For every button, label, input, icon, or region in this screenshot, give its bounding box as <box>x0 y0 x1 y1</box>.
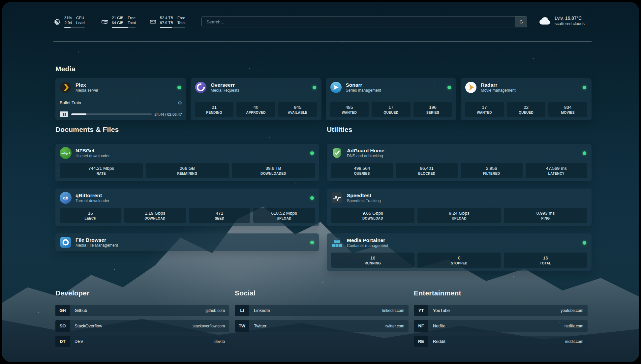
section-title-documents: Documents & Files <box>55 125 319 134</box>
stat-box: 196 SERIES <box>413 102 452 117</box>
service-description: Media server <box>76 88 98 93</box>
search-bar[interactable]: G <box>201 16 527 27</box>
status-dot <box>583 241 586 245</box>
plex-icon <box>60 81 72 93</box>
service-name: Speedtest <box>347 192 381 198</box>
service-name: File Browser <box>76 237 118 243</box>
bookmark-name: LinkedIn <box>254 308 270 313</box>
bookmark-url: netflix.com <box>565 324 583 328</box>
service-card-qbittorrent[interactable]: qb qBittorrent Torrent downloader 16 LEE… <box>55 189 319 226</box>
stat-box: 9.24 Gbps UPLOAD <box>417 208 501 223</box>
memory-label-1: Free <box>128 15 136 20</box>
status-dot <box>177 86 181 89</box>
service-description: Media Requests <box>211 88 239 93</box>
search-provider-button[interactable]: G <box>515 16 527 27</box>
gear-icon[interactable]: ⚙ <box>178 100 182 106</box>
service-card-nzbget[interactable]: nzbget NZBGet Usenet downloader 744.21 M… <box>55 144 319 181</box>
stat-box: 618.52 Mbps UPLOAD <box>253 208 315 223</box>
service-description: Media File Management <box>76 243 118 248</box>
stat-box: 498,564 QUERIES <box>331 163 393 178</box>
qbittorrent-icon: qb <box>60 192 72 204</box>
overseerr-icon <box>195 81 207 93</box>
section-title-media: Media <box>55 65 592 73</box>
memory-widget: 21 GiB 64 GiB Free Total <box>101 15 136 28</box>
service-card-adguard[interactable]: AdGuard Home DNS and adblocking 498,564 … <box>327 144 592 181</box>
bookmark-name: Twitter <box>254 323 266 328</box>
stat-box: 9.65 Gbps DOWNLOAD <box>331 208 414 223</box>
now-playing-title: Bullet Train <box>60 100 81 105</box>
service-card-sonarr[interactable]: Sonarr Series management 485 WANTED 17 Q… <box>326 78 457 120</box>
service-card-filebrowser[interactable]: File Browser Media File Management <box>55 233 319 251</box>
stat-box: 471 SEED <box>189 208 251 223</box>
bookmark-url: dev.to <box>214 339 225 344</box>
disk-label-1: Free <box>177 15 185 20</box>
service-name: Plex <box>76 82 98 88</box>
stat-box: 834 MOVIES <box>548 102 587 117</box>
bookmark-linkedin[interactable]: LI LinkedIn linkedin.com <box>235 305 409 316</box>
status-dot <box>310 196 314 200</box>
stat-box: 22 QUEUED <box>507 102 546 117</box>
service-name: AdGuard Home <box>347 147 384 154</box>
portainer-icon <box>331 237 343 249</box>
section-documents: Documents & Files nzbget NZBGet Usenet d… <box>55 125 319 258</box>
status-dot <box>583 86 586 89</box>
stat-box: 0 STOPPED <box>417 253 501 268</box>
bookmark-abbr: LI <box>235 305 249 316</box>
speedtest-icon <box>331 192 343 204</box>
service-name: NZBGet <box>76 147 109 154</box>
bookmark-youtube[interactable]: YT YouTube youtube.com <box>414 305 588 316</box>
service-card-speedtest[interactable]: Speedtest Speedtest Tracking 9.65 Gbps D… <box>327 189 592 226</box>
stat-box: 485 WANTED <box>330 102 369 117</box>
disk-free: 52.4 TB <box>160 15 173 20</box>
service-card-plex[interactable]: Plex Media server Bullet Train ⚙ 24:44 /… <box>55 78 186 120</box>
memory-free: 21 GiB <box>112 15 123 20</box>
bookmark-abbr: DT <box>55 336 70 347</box>
service-card-radarr[interactable]: Radarr Movie management 17 WANTED 22 QUE… <box>461 78 592 120</box>
cpu-usage-bar <box>64 27 85 28</box>
stat-box: 17 QUEUED <box>372 102 411 117</box>
bookmark-netflix[interactable]: NF Netflix netflix.com <box>414 320 588 332</box>
service-description: Speedtest Tracking <box>347 198 381 203</box>
bookmark-dev[interactable]: DT DEV dev.to <box>55 336 229 347</box>
bookmark-name: Reddit <box>433 339 445 344</box>
stat-box: 16 LEECH <box>60 208 121 223</box>
sonarr-icon <box>330 81 342 93</box>
stat-box: 0.993 ms PING <box>504 208 587 223</box>
bookmark-name: DEV <box>75 339 83 344</box>
stat-box: 47.569 ms LATENCY <box>526 163 588 178</box>
dashboard-screen: 31% 2.94 CPU Load 21 GiB 64 GiB <box>2 2 639 362</box>
bookmark-url: stackoverflow.com <box>193 324 225 328</box>
bookmark-group-social: Social LI LinkedIn linkedin.com TW Twitt… <box>235 289 409 336</box>
status-dot <box>310 241 314 244</box>
bookmark-reddit[interactable]: RE Reddit reddit.com <box>414 336 588 347</box>
stat-box: 266 GB REMAINING <box>146 163 229 178</box>
service-name: Media Portainer <box>347 237 388 243</box>
memory-usage-bar <box>112 27 136 28</box>
weather-widget: Lviv, 16.87°C scattered clouds <box>539 15 585 26</box>
bookmark-url: youtube.com <box>561 308 583 313</box>
service-description: Movie management <box>481 88 515 93</box>
search-input[interactable] <box>202 16 515 27</box>
section-title-social: Social <box>235 289 409 297</box>
bookmark-url: linkedin.com <box>382 308 404 313</box>
service-description: Container management <box>347 243 388 248</box>
pause-icon[interactable] <box>60 111 68 117</box>
disk-label-2: Total <box>177 20 185 25</box>
bookmark-group-developer: Developer GH Github github.com SO StackO… <box>55 289 229 351</box>
radarr-icon <box>465 81 477 93</box>
nzbget-icon: nzbget <box>60 147 72 159</box>
stat-box: 1.19 Gbps DOWNLOAD <box>124 208 186 223</box>
bookmark-name: Netflix <box>433 323 445 328</box>
service-card-portainer[interactable]: Media Portainer Container management 16 … <box>327 233 592 271</box>
header-divider <box>53 41 592 42</box>
service-card-overseerr[interactable]: Overseerr Media Requests 21 PENDING 40 A… <box>191 78 321 120</box>
stat-box: 16 TOTAL <box>504 253 587 268</box>
bookmark-url: github.com <box>205 308 225 313</box>
weather-location-temp: Lviv, 16.87°C <box>555 15 585 21</box>
bookmark-github[interactable]: GH Github github.com <box>55 305 229 316</box>
stat-box: 39.6 TB DOWNLOADED <box>232 163 315 178</box>
stat-box: 40 APPROVED <box>236 102 275 117</box>
bookmark-twitter[interactable]: TW Twitter twitter.com <box>235 320 409 332</box>
bookmark-stackoverflow[interactable]: SO StackOverflow stackoverflow.com <box>55 320 229 332</box>
memory-label-2: Total <box>128 20 136 25</box>
